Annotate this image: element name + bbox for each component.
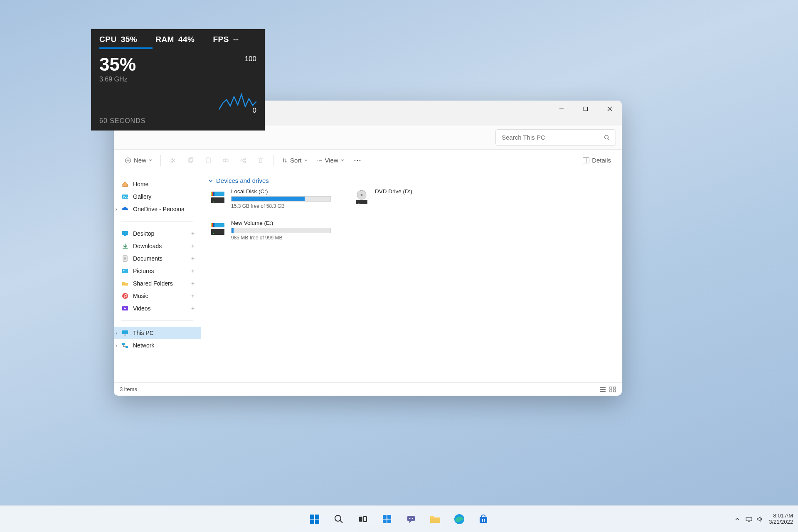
details-pane-button[interactable]: Details bbox=[579, 153, 614, 168]
nav-item-label: This PC bbox=[133, 330, 154, 336]
status-item-count: 3 items bbox=[120, 386, 137, 392]
nav-item-home[interactable]: Home bbox=[114, 178, 201, 190]
drive-item[interactable]: Local Disk (C:)15.3 GB free of 58.3 GB bbox=[209, 188, 342, 209]
section-header-devices[interactable]: Devices and drives bbox=[209, 177, 614, 184]
drive-name: New Volume (E:) bbox=[231, 220, 342, 226]
search-box[interactable] bbox=[495, 129, 616, 146]
svg-rect-73 bbox=[484, 519, 485, 520]
search-input[interactable] bbox=[502, 134, 604, 141]
drive-capacity-bar bbox=[231, 196, 331, 202]
home-icon bbox=[121, 180, 129, 188]
svg-rect-58 bbox=[315, 520, 319, 524]
chevron-right-icon: › bbox=[116, 206, 117, 212]
svg-rect-55 bbox=[310, 515, 314, 519]
svg-point-40 bbox=[361, 194, 363, 196]
svg-rect-8 bbox=[207, 158, 209, 158]
taskbar-start-button[interactable] bbox=[304, 509, 325, 530]
minimize-button[interactable] bbox=[549, 101, 574, 117]
sort-button[interactable]: Sort bbox=[278, 153, 311, 168]
status-bar: 3 items bbox=[114, 382, 622, 396]
share-button[interactable] bbox=[236, 153, 251, 168]
more-button[interactable] bbox=[350, 153, 365, 168]
chevron-right-icon: › bbox=[116, 330, 117, 336]
hard-disk-icon bbox=[209, 188, 227, 207]
perf-tab-cpu[interactable]: CPU 35% bbox=[99, 35, 137, 44]
taskbar-store-button[interactable] bbox=[473, 509, 494, 530]
nav-item-shared-folders[interactable]: Shared Folders bbox=[114, 277, 201, 290]
taskbar-clock[interactable]: 8:01 AM 3/21/2022 bbox=[769, 513, 793, 525]
svg-rect-19 bbox=[122, 231, 128, 235]
taskbar-widgets-button[interactable] bbox=[377, 509, 397, 530]
nav-item-onedrive-persona[interactable]: ›OneDrive - Persona bbox=[114, 203, 201, 215]
svg-point-10 bbox=[241, 160, 242, 161]
file-explorer-window: New Sort View Details bbox=[114, 101, 622, 396]
svg-rect-76 bbox=[746, 517, 752, 521]
perf-y-max: 100 bbox=[245, 55, 256, 63]
perf-tab-underline bbox=[99, 47, 153, 49]
svg-point-26 bbox=[126, 296, 127, 298]
nav-item-gallery[interactable]: Gallery bbox=[114, 190, 201, 203]
chevron-down-icon bbox=[209, 179, 213, 183]
paste-button[interactable] bbox=[201, 153, 216, 168]
perf-tab-label: CPU bbox=[99, 35, 117, 44]
taskbar-taskview-button[interactable] bbox=[352, 509, 373, 530]
svg-rect-75 bbox=[484, 520, 485, 522]
nav-item-videos[interactable]: Videos bbox=[114, 302, 201, 315]
perf-big-value: 35% bbox=[99, 54, 256, 75]
taskbar-search-button[interactable] bbox=[328, 509, 349, 530]
network-icon[interactable] bbox=[746, 516, 752, 522]
rename-button[interactable] bbox=[218, 153, 233, 168]
nav-item-pictures[interactable]: Pictures bbox=[114, 265, 201, 277]
view-button-label: View bbox=[325, 157, 338, 164]
new-button[interactable]: New bbox=[121, 153, 155, 168]
nav-divider bbox=[121, 320, 193, 321]
svg-rect-29 bbox=[124, 335, 126, 335]
nav-item-this-pc[interactable]: ›This PC bbox=[114, 327, 201, 339]
perf-tab-ram[interactable]: RAM 44% bbox=[155, 35, 195, 44]
nav-item-documents[interactable]: Documents bbox=[114, 252, 201, 265]
taskbar-edge-button[interactable] bbox=[449, 509, 470, 530]
onedrive-icon bbox=[121, 205, 129, 213]
icons-view-icon[interactable] bbox=[609, 387, 616, 392]
volume-icon[interactable] bbox=[756, 516, 763, 522]
svg-rect-72 bbox=[482, 519, 483, 520]
maximize-button[interactable] bbox=[574, 101, 598, 117]
perf-time-span: 60 SECONDS bbox=[99, 117, 145, 125]
taskbar-explorer-button[interactable] bbox=[425, 509, 446, 530]
svg-rect-0 bbox=[584, 107, 588, 111]
drive-item[interactable]: DVDDVD Drive (D:) bbox=[352, 188, 485, 209]
perf-tab-value: 44% bbox=[178, 35, 195, 44]
nav-item-label: OneDrive - Persona bbox=[133, 206, 185, 212]
cut-button[interactable] bbox=[166, 153, 181, 168]
drive-item[interactable]: New Volume (E:)985 MB free of 999 MB bbox=[209, 220, 342, 241]
perf-sub-value: 3.69 GHz bbox=[99, 76, 256, 83]
perf-tab-label: FPS bbox=[213, 35, 229, 44]
nav-item-network[interactable]: ›Network bbox=[114, 339, 201, 352]
perf-tabs: CPU 35% RAM 44% FPS -- bbox=[99, 35, 256, 44]
nav-item-desktop[interactable]: Desktop bbox=[114, 227, 201, 240]
svg-point-59 bbox=[335, 515, 341, 521]
nav-item-music[interactable]: Music bbox=[114, 290, 201, 302]
svg-rect-30 bbox=[122, 343, 125, 345]
svg-point-14 bbox=[357, 160, 358, 161]
chevron-down-icon bbox=[341, 159, 344, 162]
svg-point-1 bbox=[605, 135, 608, 139]
svg-point-38 bbox=[213, 202, 214, 202]
copy-button[interactable] bbox=[183, 153, 198, 168]
perf-tab-fps[interactable]: FPS -- bbox=[213, 35, 239, 44]
nav-item-downloads[interactable]: Downloads bbox=[114, 240, 201, 252]
svg-rect-36 bbox=[211, 192, 212, 196]
svg-point-50 bbox=[213, 233, 214, 234]
tray-overflow-button[interactable] bbox=[735, 517, 740, 522]
documents-icon bbox=[121, 255, 129, 262]
svg-point-25 bbox=[124, 297, 125, 298]
taskbar-chat-button[interactable] bbox=[401, 509, 421, 530]
delete-button[interactable] bbox=[253, 153, 268, 168]
svg-rect-64 bbox=[383, 520, 387, 523]
details-view-icon[interactable] bbox=[599, 387, 606, 392]
performance-widget[interactable]: CPU 35% RAM 44% FPS -- 35% 3.69 GHz 100 … bbox=[91, 29, 265, 131]
chevron-down-icon bbox=[149, 159, 152, 162]
close-button[interactable] bbox=[598, 101, 622, 117]
nav-item-label: Network bbox=[133, 342, 154, 349]
view-button[interactable]: View bbox=[313, 153, 347, 168]
